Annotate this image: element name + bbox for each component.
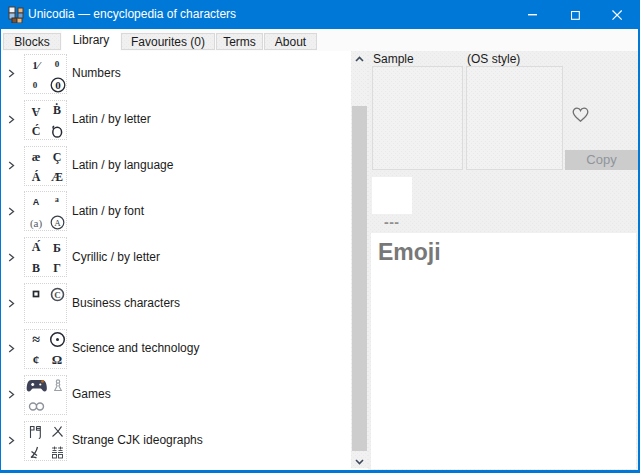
svg-text:0: 0 (55, 79, 61, 91)
svg-text:A: A (54, 218, 61, 228)
svg-text:C: C (54, 289, 61, 299)
